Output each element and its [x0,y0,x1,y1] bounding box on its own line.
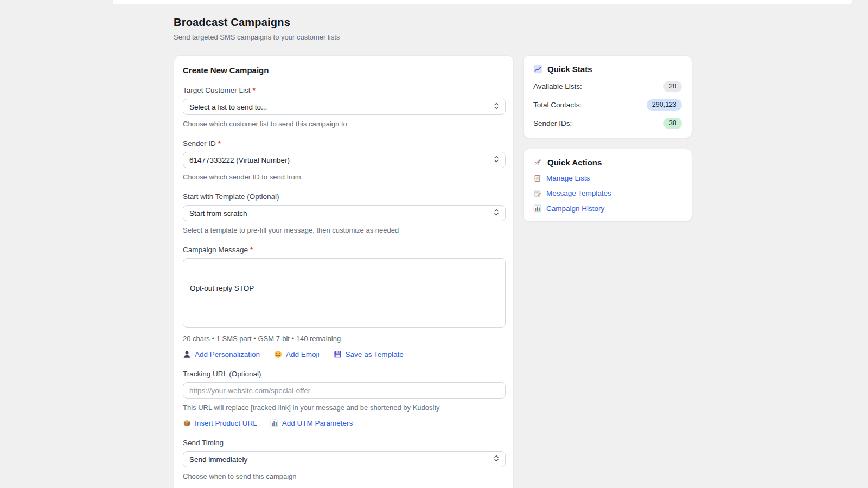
insert-product-url-link[interactable]: Insert Product URL [183,419,257,427]
create-campaign-card: Create New Campaign Target Customer List… [174,55,514,488]
action-link-label: Campaign History [546,204,604,213]
top-panel-edge [113,0,852,4]
required-asterisk: * [253,86,256,94]
memo-icon [533,189,541,197]
tracking-url-input[interactable] [183,382,506,399]
chevron-up-down-icon [494,155,499,165]
field-label: Sender ID * [183,139,505,147]
rocket-icon [533,158,542,167]
field-label: Campaign Message * [183,246,505,254]
field-helper: Choose which customer list to send this … [183,120,505,128]
tool-link-label: Add UTM Parameters [282,419,353,427]
field-label: Start with Template (Optional) [183,192,505,201]
bar-chart-icon [270,419,278,427]
field-label-text: Start with Template (Optional) [183,192,279,201]
stat-badge: 290,123 [647,99,682,111]
field-label: Send Timing [183,439,505,447]
required-asterisk: * [218,139,221,147]
quick-stats-header: Quick Stats [533,65,682,74]
manage-lists-link[interactable]: Manage Lists [533,174,682,182]
smiley-icon [274,350,282,358]
select-value: Send immediately [189,455,247,464]
floppy-disk-icon [334,350,342,358]
add-personalization-link[interactable]: Add Personalization [183,350,260,358]
add-utm-parameters-link[interactable]: Add UTM Parameters [270,419,353,427]
main-content: Broadcast Campaigns Send targeted SMS ca… [174,16,694,488]
select-value: 61477333222 (Virtual Number) [189,156,290,164]
message-templates-link[interactable]: Message Templates [533,189,682,197]
sms-counter: 20 chars • 1 SMS part • GSM 7-bit • 140 … [183,335,505,343]
bar-chart-icon [533,204,541,213]
field-helper: Select a template to pre-fill your messa… [183,226,505,234]
chevron-up-down-icon [494,208,499,218]
tool-link-label: Add Emoji [286,350,320,358]
package-icon [183,419,191,427]
field-campaign-message: Campaign Message * Opt-out reply STOP 20… [183,246,505,358]
quick-stats-title: Quick Stats [547,65,592,74]
field-label: Target Customer List * [183,86,505,94]
save-as-template-link[interactable]: Save as Template [334,350,404,358]
stat-badge: 38 [663,118,682,129]
chevron-up-down-icon [494,454,499,464]
campaign-message-textarea[interactable]: Opt-out reply STOP [183,258,506,328]
url-toolbar: Insert Product URL Add UTM Parameters [183,419,505,427]
target-list-select[interactable]: Select a list to send to... [183,99,506,115]
action-link-label: Manage Lists [546,174,590,182]
sidebar: Quick Stats Available Lists: 20 Total Co… [523,55,692,222]
stat-badge: 20 [663,81,682,92]
page-subtitle: Send targeted SMS campaigns to your cust… [174,33,694,41]
person-icon [183,350,191,358]
tool-link-label: Insert Product URL [195,419,257,427]
field-target-customer-list: Target Customer List * Select a list to … [183,86,505,128]
page-title: Broadcast Campaigns [174,16,694,29]
field-sender-id: Sender ID * 61477333222 (Virtual Number)… [183,139,505,181]
stat-label: Available Lists: [533,82,582,91]
field-helper: This URL will replace [tracked-link] in … [183,403,505,412]
tool-link-label: Save as Template [346,350,404,358]
field-label-text: Target Customer List [183,86,251,94]
stat-label: Sender IDs: [533,119,572,127]
quick-stats-card: Quick Stats Available Lists: 20 Total Co… [523,55,692,138]
quick-actions-card: Quick Actions Manage Lists Message Templ… [523,149,692,222]
field-label: Tracking URL (Optional) [183,370,505,378]
field-label-text: Campaign Message [183,246,248,254]
select-value: Start from scratch [189,209,247,217]
clipboard-icon [533,174,541,182]
chevron-up-down-icon [494,102,499,112]
sender-id-select[interactable]: 61477333222 (Virtual Number) [183,152,506,168]
field-tracking-url: Tracking URL (Optional) This URL will re… [183,370,505,427]
field-label-text: Sender ID [183,139,216,147]
tool-link-label: Add Personalization [195,350,260,358]
add-emoji-link[interactable]: Add Emoji [274,350,320,358]
field-helper: Choose when to send this campaign [183,472,505,480]
quick-actions-header: Quick Actions [533,158,682,167]
field-helper: Choose which sender ID to send from [183,173,505,181]
field-label-text: Send Timing [183,439,224,447]
action-link-label: Message Templates [546,189,611,197]
select-value: Select a list to send to... [189,103,267,111]
field-label-text: Tracking URL (Optional) [183,370,261,378]
stat-row-total-contacts: Total Contacts: 290,123 [533,99,682,111]
chart-increasing-icon [533,65,542,74]
required-asterisk: * [250,246,253,254]
stat-label: Total Contacts: [533,101,582,109]
card-title: Create New Campaign [183,66,505,75]
stat-row-available-lists: Available Lists: 20 [533,81,682,92]
stat-row-sender-ids: Sender IDs: 38 [533,118,682,129]
campaign-history-link[interactable]: Campaign History [533,204,682,213]
field-start-with-template: Start with Template (Optional) Start fro… [183,192,505,234]
send-timing-select[interactable]: Send immediately [183,451,506,467]
field-send-timing: Send Timing Send immediately Choose when… [183,439,505,480]
quick-actions-title: Quick Actions [547,158,602,167]
template-select[interactable]: Start from scratch [183,205,506,221]
message-toolbar: Add Personalization Add Emoji Save as Te… [183,350,505,358]
